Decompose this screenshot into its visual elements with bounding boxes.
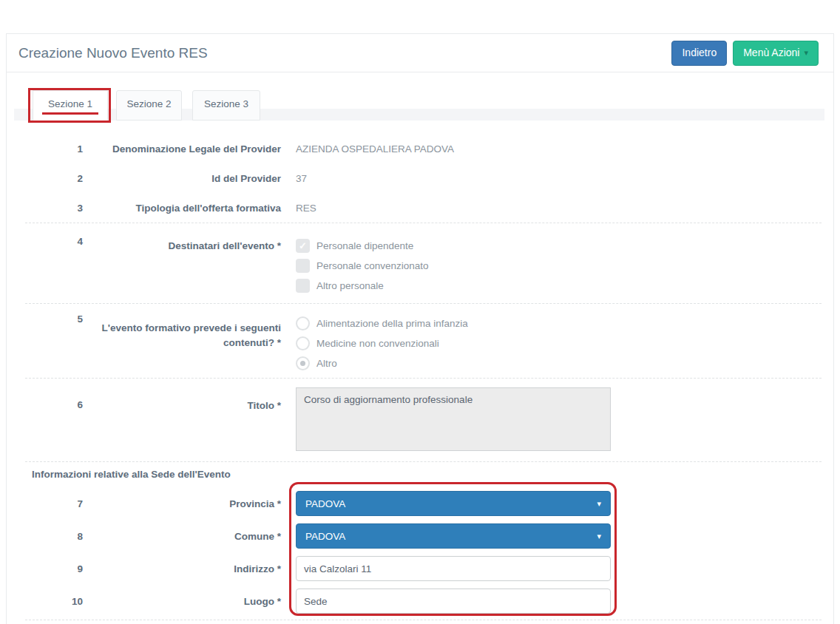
- form-row-titolo: 6 Titolo * Corso di aggiornamento profes…: [18, 379, 822, 461]
- divider: [25, 620, 822, 620]
- luogo-input[interactable]: [296, 589, 611, 614]
- menu-azioni-label: Menù Azioni: [743, 47, 799, 58]
- row-label: Id del Provider: [83, 172, 281, 185]
- radio-alimentazione[interactable]: [296, 316, 310, 330]
- radio-medicine[interactable]: [296, 336, 310, 350]
- form-row-destinatari: 4 Destinatari dell'evento * ✓ Personale …: [18, 223, 822, 303]
- tab-sezione-1[interactable]: Sezione 1: [33, 90, 108, 121]
- select-wrap: PADOVA ▾: [296, 491, 611, 516]
- indirizzo-input[interactable]: [296, 556, 611, 581]
- checkbox-option: Altro personale: [296, 276, 611, 296]
- row-label: Denominazione Legale del Provider: [83, 143, 281, 155]
- checkbox-group: ✓ Personale dipendente Personale convenz…: [296, 236, 611, 296]
- form-row-luogo: 10 Luogo *: [18, 582, 822, 614]
- row-number: 1: [18, 143, 83, 155]
- row-number: 9: [18, 563, 83, 574]
- row-label: Destinatari dell'evento *: [83, 236, 281, 256]
- row-label: Provincia *: [83, 498, 281, 510]
- row-value: RES: [296, 203, 611, 214]
- checkbox-label: Personale dipendente: [316, 240, 413, 251]
- row-label: Titolo *: [83, 379, 281, 412]
- checkbox-option: Personale convenzionato: [296, 256, 611, 276]
- row-value: 37: [296, 173, 611, 184]
- radio-label: Medicine non convenzionali: [316, 338, 439, 349]
- titolo-textarea[interactable]: Corso di aggiornamento professionale: [296, 387, 611, 451]
- back-button[interactable]: Indietro: [671, 41, 727, 66]
- radio-option: Altro: [296, 353, 611, 373]
- header-buttons: Indietro Menù Azioni▾: [671, 41, 819, 66]
- provincia-select-value: PADOVA: [305, 498, 345, 509]
- row-label: Indirizzo *: [83, 563, 281, 575]
- form-row-comune: 8 Comune * PADOVA ▾: [18, 517, 822, 549]
- panel-header: Creazione Nuovo Evento RES Indietro Menù…: [7, 34, 833, 72]
- row-number: 10: [18, 596, 83, 607]
- input-wrap: [296, 556, 611, 581]
- checkbox-label: Altro personale: [316, 280, 384, 291]
- row-label: L'evento formativo prevede i seguenti co…: [83, 313, 281, 350]
- radio-option: Medicine non convenzionali: [296, 333, 611, 353]
- form-row-tipologia: 3 Tipologia dell'offerta formativa RES: [18, 193, 822, 223]
- check-icon: ✓: [299, 239, 307, 253]
- row-value: AZIENDA OSPEDALIERA PADOVA: [296, 143, 611, 155]
- radio-option: Alimentazione della prima infanzia: [296, 313, 611, 333]
- caret-down-icon: ▾: [597, 532, 601, 541]
- form-body: 1 Denominazione Legale del Provider AZIE…: [18, 121, 822, 620]
- main-panel: Creazione Nuovo Evento RES Indietro Menù…: [6, 33, 834, 624]
- provincia-select[interactable]: PADOVA ▾: [296, 491, 611, 516]
- checkbox-personale-dipendente[interactable]: ✓: [296, 239, 310, 253]
- form-row-id-provider: 2 Id del Provider 37: [18, 163, 822, 193]
- radio-group: Alimentazione della prima infanzia Medic…: [296, 313, 611, 373]
- radio-label: Alimentazione della prima infanzia: [316, 318, 468, 329]
- checkbox-personale-convenzionato[interactable]: [296, 259, 310, 273]
- tab-sezione-2[interactable]: Sezione 2: [116, 90, 182, 121]
- input-wrap: [296, 589, 611, 614]
- textarea-wrap: Corso di aggiornamento professionale: [296, 379, 611, 453]
- row-number: 8: [18, 531, 83, 542]
- checkbox-label: Personale convenzionato: [316, 260, 429, 271]
- row-number: 3: [18, 203, 83, 214]
- checkbox-option: ✓ Personale dipendente: [296, 236, 611, 256]
- caret-down-icon: ▾: [597, 499, 601, 509]
- tab-bar: Sezione 1 Sezione 2 Sezione 3: [18, 72, 822, 121]
- row-number: 2: [18, 173, 83, 184]
- row-label: Tipologia dell'offerta formativa: [83, 202, 281, 214]
- comune-select-value: PADOVA: [305, 531, 345, 542]
- row-label: Luogo *: [83, 595, 281, 608]
- menu-azioni-button[interactable]: Menù Azioni▾: [733, 41, 819, 66]
- radio-label: Altro: [316, 358, 337, 369]
- form-row-contenuti: 5 L'evento formativo prevede i seguenti …: [18, 304, 822, 378]
- tab-sezione-2-label: Sezione 2: [126, 98, 171, 109]
- checkbox-altro-personale[interactable]: [296, 279, 310, 293]
- tab-sezione-1-label: Sezione 1: [42, 98, 98, 115]
- section-header: Informazioni relative alla Sede dell'Eve…: [32, 462, 822, 484]
- caret-down-icon: ▾: [804, 47, 808, 59]
- form-row-provincia: 7 Provincia * PADOVA ▾: [18, 484, 822, 517]
- row-number: 5: [18, 313, 83, 325]
- form-row-denominazione: 1 Denominazione Legale del Provider AZIE…: [18, 134, 822, 163]
- page-title: Creazione Nuovo Evento RES: [18, 45, 208, 61]
- row-number: 6: [18, 379, 83, 410]
- select-wrap: PADOVA ▾: [296, 523, 611, 549]
- comune-select[interactable]: PADOVA ▾: [296, 523, 611, 549]
- form-row-indirizzo: 9 Indirizzo *: [18, 549, 822, 582]
- tab-sezione-3-label: Sezione 3: [204, 98, 248, 109]
- row-number: 7: [18, 498, 83, 509]
- row-number: 4: [18, 236, 83, 247]
- tab-sezione-3[interactable]: Sezione 3: [192, 90, 260, 121]
- row-label: Comune *: [83, 530, 281, 543]
- radio-altro[interactable]: [296, 356, 310, 370]
